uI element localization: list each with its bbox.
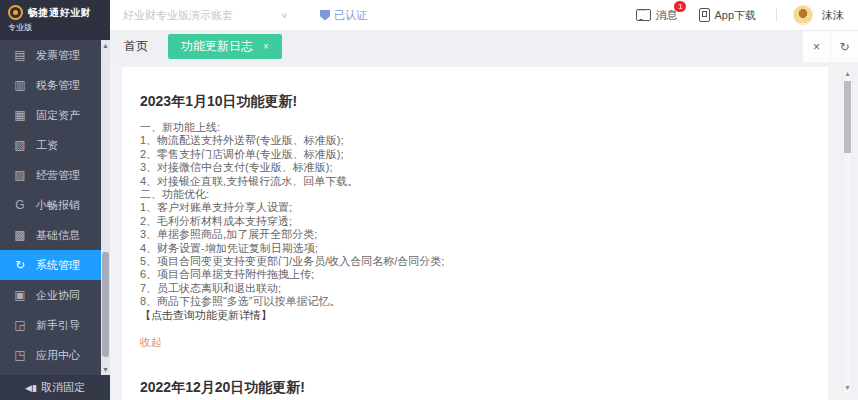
header-right: 消息 1 App下载 沫沫: [636, 5, 858, 25]
verified-badge[interactable]: 已认证: [320, 8, 367, 23]
tax-icon: ▥: [13, 78, 27, 92]
update-log-card: 2023年1月10日功能更新! 一、新功能上线:1、物流配送支持外送帮(专业版、…: [122, 67, 828, 400]
log-line: 1、客户对账单支持分享人设置;: [140, 201, 812, 214]
scroll-down-icon[interactable]: ▼: [101, 365, 110, 374]
log-entry: 2023年1月10日功能更新! 一、新功能上线:1、物流配送支持外送帮(专业版、…: [140, 93, 812, 350]
main-content: 2023年1月10日功能更新! 一、新功能上线:1、物流配送支持外送帮(专业版、…: [110, 62, 858, 400]
collapse-link[interactable]: 收起: [140, 335, 812, 350]
tab-update-log-label: 功能更新日志: [181, 38, 253, 55]
unpin-label: 取消固定: [41, 380, 85, 395]
account-set-dropdown[interactable]: 好业财专业版演示账套 ∨: [123, 8, 288, 23]
tab-strip: 首页 功能更新日志 × × ↻: [110, 31, 858, 62]
sidebar-nav: ▤ 发票管理 ▥ 税务管理 ▦ 固定资产 ▧ 工资 ▨ 经营管理 G 小畅报销 …: [0, 40, 110, 375]
sidebar-item-tax[interactable]: ▥ 税务管理: [0, 70, 110, 100]
invoice-icon: ▤: [13, 48, 27, 62]
log-line: 4、财务设置-增加凭证复制日期选项;: [140, 242, 812, 255]
log-entry-title: 2022年12月20日功能更新!: [140, 379, 812, 397]
app-logo-title: 畅捷通好业财: [28, 6, 91, 20]
content-scrollbar[interactable]: ▲ ▼: [842, 67, 853, 394]
sidebar-item-guide[interactable]: ◲ 新手引导: [0, 310, 110, 340]
assets-icon: ▦: [13, 108, 27, 122]
shield-icon: [320, 10, 330, 21]
message-bubble-icon: [636, 9, 651, 21]
tabstrip-actions: × ↻: [802, 31, 858, 62]
avatar: [793, 5, 813, 25]
sidebar-item-business[interactable]: ▨ 经营管理: [0, 160, 110, 190]
appcenter-icon: ◳: [13, 348, 27, 362]
scrollbar-thumb[interactable]: [102, 252, 109, 357]
sidebar-scrollbar[interactable]: ▲ ▼: [101, 40, 110, 375]
close-all-tabs-button[interactable]: ×: [802, 31, 830, 62]
scroll-up-icon[interactable]: ▲: [101, 41, 110, 50]
app-download-button[interactable]: App下载: [699, 8, 756, 23]
tab-update-log[interactable]: 功能更新日志 ×: [168, 34, 282, 59]
sidebar: 畅捷通好业财 专业版 ▤ 发票管理 ▥ 税务管理 ▦ 固定资产 ▧ 工资 ▨ 经…: [0, 0, 110, 400]
reimburse-icon: G: [13, 198, 27, 212]
messages-count-badge: 1: [674, 1, 686, 12]
account-set-label: 好业财专业版演示账套: [123, 8, 233, 23]
system-icon: ↻: [13, 258, 27, 272]
refresh-tab-button[interactable]: ↻: [830, 31, 858, 62]
info-icon: ▩: [13, 228, 27, 242]
tab-close-icon[interactable]: ×: [263, 41, 269, 52]
scroll-up-icon[interactable]: ▲: [843, 69, 852, 78]
unpin-sidebar-button[interactable]: ◀▮ 取消固定: [0, 375, 110, 400]
log-entry-title: 2023年1月10日功能更新!: [140, 93, 812, 111]
log-line: 一、新功能上线:: [140, 121, 812, 134]
mobile-app-icon: [699, 8, 710, 22]
tab-home[interactable]: 首页: [110, 38, 160, 55]
verified-label: 已认证: [334, 8, 367, 23]
log-details-link[interactable]: 【点击查询功能更新详情】: [140, 309, 812, 322]
salary-icon: ▧: [13, 138, 27, 152]
log-entry-lines: 一、新功能上线:1、物流配送支持外送帮(专业版、标准版);2、零售支持门店调价单…: [140, 121, 812, 309]
sidebar-item-info[interactable]: ▩ 基础信息: [0, 220, 110, 250]
collab-icon: ▣: [13, 288, 27, 302]
log-entry: 2022年12月20日功能更新! 一、新功能上线:1.单据多模版(好业财专业版)…: [140, 379, 812, 400]
log-line: 8、商品下拉参照“多选”可以按单据记忆。: [140, 295, 812, 308]
log-line: 2、毛利分析材料成本支持穿透;: [140, 215, 812, 228]
log-line: 3、对接微信中台支付(专业版、标准版);: [140, 161, 812, 174]
app-download-label: App下载: [714, 8, 756, 23]
sidebar-item-invoice[interactable]: ▤ 发票管理: [0, 40, 110, 70]
collapse-left-icon: ◀▮: [25, 383, 37, 393]
app-logo-icon: [8, 5, 23, 20]
sidebar-item-salary[interactable]: ▧ 工资: [0, 130, 110, 160]
scroll-down-icon[interactable]: ▼: [843, 383, 852, 392]
log-line: 6、项目合同单据支持附件拖拽上传;: [140, 268, 812, 281]
guide-icon: ◲: [13, 318, 27, 332]
log-line: 1、物流配送支持外送帮(专业版、标准版);: [140, 134, 812, 147]
messages-button[interactable]: 消息 1: [636, 8, 677, 23]
app-logo-area: 畅捷通好业财 专业版: [0, 0, 110, 40]
scrollbar-thumb[interactable]: [844, 81, 851, 153]
log-line: 2、零售支持门店调价单(专业版、标准版);: [140, 148, 812, 161]
app-edition-label: 专业版: [8, 22, 110, 33]
sidebar-item-appcenter[interactable]: ◳ 应用中心: [0, 340, 110, 370]
log-line: 二、功能优化:: [140, 188, 812, 201]
user-menu[interactable]: 沫沫: [793, 5, 844, 25]
header-divider: [776, 8, 777, 22]
username: 沫沫: [822, 8, 844, 23]
sidebar-item-system[interactable]: ↻ 系统管理: [0, 250, 110, 280]
log-line: 3、单据参照商品,加了展开全部分类;: [140, 228, 812, 241]
log-line: 5、项目合同变更支持变更部门/业务员/收入合同名称/合同分类;: [140, 255, 812, 268]
log-line: 7、员工状态离职和退出联动;: [140, 282, 812, 295]
chevron-down-icon: ∨: [281, 11, 288, 20]
sidebar-item-collab[interactable]: ▣ 企业协同: [0, 280, 110, 310]
top-header: 好业财专业版演示账套 ∨ 已认证 消息 1 App下载 沫沫: [110, 0, 858, 31]
sidebar-item-assets[interactable]: ▦ 固定资产: [0, 100, 110, 130]
log-line: 4、对接银企直联,支持银行流水、回单下载。: [140, 175, 812, 188]
sidebar-item-reimburse[interactable]: G 小畅报销: [0, 190, 110, 220]
business-icon: ▨: [13, 168, 27, 182]
